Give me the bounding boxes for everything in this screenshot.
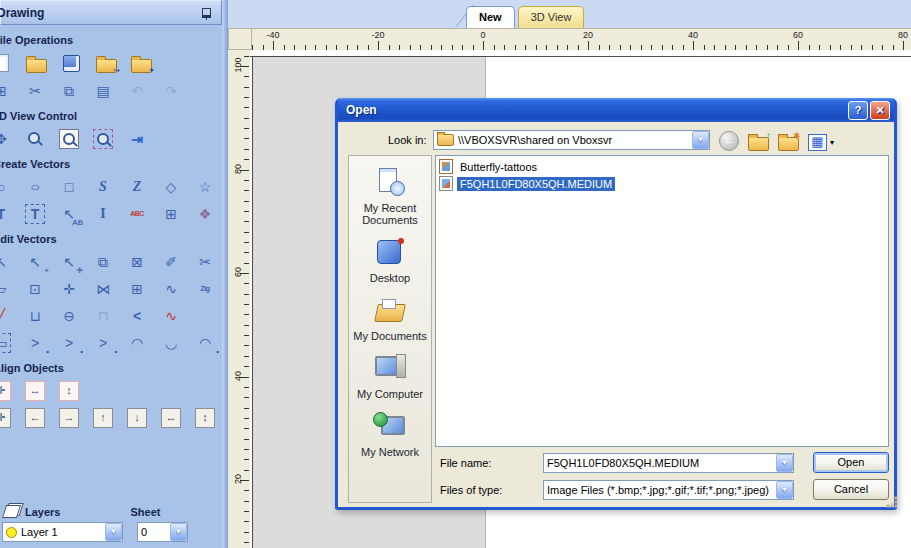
smooth-join-button[interactable]: ∿ — [161, 306, 181, 326]
draw-polyline-button[interactable]: Z — [127, 177, 147, 197]
insert-node-button[interactable]: > — [25, 333, 45, 353]
file-list[interactable]: Butterfly-tattoosF5QH1L0FD80X5QH.MEDIUM — [435, 155, 889, 447]
convert-to-bezier-button[interactable]: ◡ — [161, 333, 181, 353]
align-top-button[interactable]: ↑ — [93, 408, 113, 428]
draw-star-button[interactable]: ☆ — [195, 177, 215, 197]
file-name-input[interactable]: F5QH1L0FD80X5QH.MEDIUM ▼ — [543, 453, 794, 473]
save-file-button[interactable] — [63, 55, 80, 72]
job-setup-button[interactable]: ⊞ — [0, 81, 11, 101]
center-horizontal-in-material-button[interactable]: ↔ — [25, 381, 45, 401]
cut-button[interactable]: ✂ — [25, 81, 45, 101]
new-folder-button[interactable] — [778, 137, 799, 151]
layer-select[interactable]: Layer 1 ▼ — [2, 522, 123, 542]
file-item[interactable]: Butterfly-tattoos — [438, 158, 888, 175]
import-bitmap-button[interactable] — [131, 59, 152, 73]
select-text-button[interactable]: ↖ — [59, 204, 79, 224]
up-one-level-button[interactable] — [748, 137, 769, 151]
edit-nodes-button[interactable]: ▭ — [0, 333, 11, 353]
mirror-vectors-button[interactable]: ⋈ — [93, 279, 113, 299]
vector-clipart-button[interactable]: ❖ — [195, 204, 215, 224]
draw-polygon-button[interactable]: ◇ — [161, 177, 181, 197]
drawing-panel-titlebar[interactable]: Drawing — [0, 0, 222, 25]
array-copy-button[interactable]: ⊞ — [127, 279, 147, 299]
align-left-button[interactable]: ← — [25, 408, 45, 428]
close-button[interactable]: ✕ — [870, 101, 890, 120]
draw-ellipse-button[interactable]: ○ — [23, 179, 48, 195]
place-my-computer[interactable]: My Computer — [349, 354, 431, 400]
fit-curve-button[interactable]: ∿ — [161, 279, 181, 299]
zoom-selected-button[interactable] — [93, 129, 113, 149]
place-desktop[interactable]: Desktop — [349, 238, 431, 284]
views-menu-button[interactable]: ▦ — [808, 134, 827, 151]
back-button[interactable]: ← — [719, 131, 739, 151]
ruler-horizontal[interactable]: -40-20020406080 — [252, 28, 911, 52]
pin-icon[interactable] — [202, 8, 211, 18]
layer-dropdown-arrow-icon[interactable]: ▼ — [105, 523, 122, 541]
file-name-dropdown-arrow-icon[interactable]: ▼ — [776, 454, 793, 472]
align-center-vertical-button[interactable]: ↕ — [195, 408, 215, 428]
ruler-vertical[interactable]: 10080604020 — [228, 50, 251, 548]
look-in-dropdown-arrow-icon[interactable]: ▼ — [692, 131, 709, 149]
vector-cut-button[interactable]: ✂ — [195, 252, 215, 272]
subtract-vectors-button[interactable]: ⊖ — [59, 306, 79, 326]
group-objects-button[interactable]: ⧉ — [93, 252, 113, 272]
pan-view-button[interactable]: ✥ — [0, 129, 11, 149]
weld-vectors-button[interactable]: ⊔ — [25, 306, 45, 326]
close-curve-button[interactable]: ◠ — [195, 333, 215, 353]
offset-vectors-button[interactable]: ▱ — [0, 279, 11, 299]
ungroup-objects-button[interactable]: ⊠ — [127, 252, 147, 272]
delete-node-button[interactable]: > — [59, 333, 79, 353]
select-objects-button[interactable]: ↖ — [0, 252, 11, 272]
smooth-node-button[interactable]: > — [93, 333, 113, 353]
import-vectors-button[interactable] — [96, 59, 117, 73]
sheet-select[interactable]: 0 ▼ — [137, 522, 188, 542]
help-button[interactable]: ? — [848, 101, 868, 120]
measure-tool-button[interactable]: ✐ — [161, 252, 181, 272]
files-of-type-select[interactable]: Image Files (*.bmp;*.jpg;*.gif;*.tif;*.p… — [543, 480, 794, 500]
open-dialog-titlebar[interactable]: Open ? ✕ — [338, 98, 894, 122]
trim-vectors-button[interactable]: ╱ — [0, 306, 11, 326]
sheet-dropdown-arrow-icon[interactable]: ▼ — [170, 523, 187, 541]
file-item[interactable]: F5QH1L0FD80X5QH.MEDIUM — [438, 175, 888, 192]
cancel-button[interactable]: Cancel — [813, 479, 889, 500]
files-of-type-dropdown-arrow-icon[interactable]: ▼ — [776, 481, 793, 499]
character-map-button[interactable]: ⊞ — [161, 204, 181, 224]
place-my-network[interactable]: My Network — [349, 412, 431, 458]
intersect-vectors-button[interactable]: ⊓ — [93, 306, 113, 326]
undo-button[interactable]: ↶ — [127, 81, 147, 101]
resize-grip[interactable] — [883, 493, 893, 503]
draw-curve-button[interactable]: S — [93, 177, 113, 197]
new-drawing-button[interactable] — [0, 54, 9, 72]
align-bottom-button[interactable]: ↓ — [127, 408, 147, 428]
tab-3d-view[interactable]: 3D View — [518, 6, 585, 28]
tab-new[interactable]: New — [466, 6, 515, 28]
fit-to-rectangle-button[interactable]: ⊡ — [25, 279, 45, 299]
paste-button[interactable]: ▤ — [93, 81, 113, 101]
zoom-in-button[interactable] — [25, 129, 45, 149]
place-my-recent-documents[interactable]: My Recent Documents — [349, 168, 431, 226]
select-move-button[interactable]: ↖ — [59, 252, 79, 272]
draw-rectangle-button[interactable]: □ — [59, 177, 79, 197]
convert-to-arc-button[interactable]: ◠ — [127, 333, 147, 353]
draw-text-button[interactable]: T — [0, 204, 11, 224]
open-file-button[interactable] — [26, 59, 47, 73]
look-in-select[interactable]: \\VBOXSVR\shared on Vboxsvr ▼ — [433, 130, 710, 150]
select-add-button[interactable]: ↖ — [25, 252, 45, 272]
zigzag-text-button[interactable]: Zig — [195, 279, 215, 299]
draw-text-box-button[interactable]: T — [25, 204, 45, 224]
place-my-documents[interactable]: My Documents — [349, 296, 431, 342]
zoom-box-button[interactable] — [59, 129, 79, 149]
draw-circle-button[interactable]: ○ — [0, 177, 11, 197]
copy-button[interactable]: ⧉ — [59, 81, 79, 101]
align-center-horizontal-button[interactable]: ↔ — [161, 408, 181, 428]
center-in-material-button[interactable]: ✛ — [0, 381, 11, 401]
align-center-button[interactable]: ✛ — [0, 408, 11, 428]
redo-button[interactable]: ↷ — [161, 81, 181, 101]
edit-text-block-button[interactable]: I — [93, 204, 113, 224]
align-right-button[interactable]: → — [59, 408, 79, 428]
extend-vectors-button[interactable]: ✛ — [59, 279, 79, 299]
open-button[interactable]: Open — [813, 452, 889, 473]
center-vertical-in-material-button[interactable]: ↕ — [59, 381, 79, 401]
keep-inside-button[interactable]: < — [127, 306, 147, 326]
text-on-curve-button[interactable]: ABC — [127, 204, 147, 224]
